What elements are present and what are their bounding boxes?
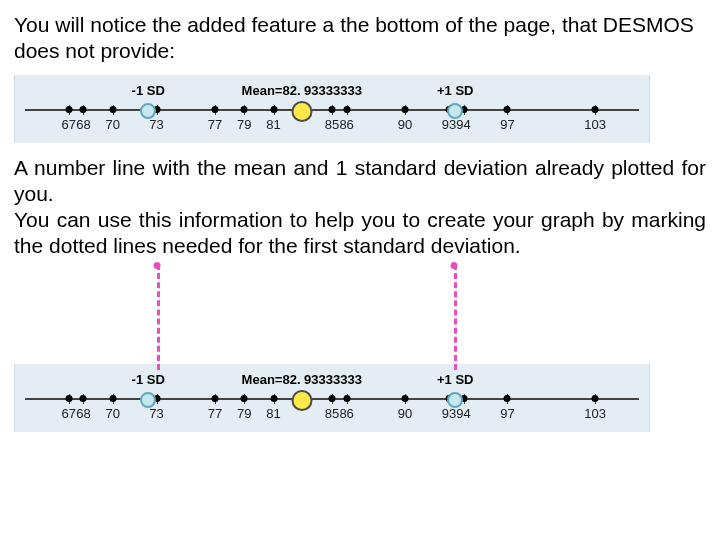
plus1sd-marker: [447, 392, 463, 408]
tick-label: 68: [76, 117, 90, 132]
tick-label: 86: [339, 117, 353, 132]
data-point: [241, 395, 248, 402]
tick-label: 77: [208, 406, 222, 421]
tick-label: 70: [105, 117, 119, 132]
tick-label: 85: [325, 117, 339, 132]
tick-label: 103: [584, 117, 606, 132]
data-point: [592, 395, 599, 402]
mean-label: Mean=82. 93333333: [242, 372, 362, 387]
number-line-panel-bottom: 67687073777981858690939497103-1 SDMean=8…: [14, 364, 650, 432]
tick-label: 90: [398, 406, 412, 421]
intro-line-1: You will notice the added feature a the …: [14, 12, 706, 65]
tick-label: 67: [62, 117, 76, 132]
tick-label: 93: [442, 406, 456, 421]
data-point: [80, 106, 87, 113]
tick-label: 97: [500, 406, 514, 421]
data-point: [212, 395, 219, 402]
plus1sd-label: +1 SD: [437, 83, 474, 98]
data-point: [402, 106, 409, 113]
data-point: [65, 395, 72, 402]
number-line: 67687073777981858690939497103-1 SDMean=8…: [25, 372, 639, 426]
mean-label: Mean=82. 93333333: [242, 83, 362, 98]
dashed-guides: [14, 264, 706, 370]
tick-label: 93: [442, 117, 456, 132]
sd-guide-handle: [451, 262, 458, 269]
data-point: [80, 395, 87, 402]
data-point: [109, 106, 116, 113]
sd-guide-handle: [154, 262, 161, 269]
minus1sd-label: -1 SD: [132, 372, 165, 387]
data-point: [343, 395, 350, 402]
tick-label: 70: [105, 406, 119, 421]
data-point: [109, 395, 116, 402]
tick-label: 90: [398, 117, 412, 132]
tick-label: 68: [76, 406, 90, 421]
data-point: [402, 395, 409, 402]
intro-line-3: You can use this information to help you…: [14, 207, 706, 260]
minus1sd-marker: [140, 392, 156, 408]
mean-marker: [291, 390, 312, 411]
sd-guide-line: [454, 264, 460, 370]
data-point: [270, 395, 277, 402]
sd-guide-line: [157, 264, 163, 370]
data-point: [504, 395, 511, 402]
data-point: [212, 106, 219, 113]
data-point: [329, 106, 336, 113]
plus1sd-marker: [447, 103, 463, 119]
tick-label: 94: [456, 117, 470, 132]
tick-label: 81: [266, 117, 280, 132]
tick-label: 67: [62, 406, 76, 421]
data-point: [592, 106, 599, 113]
tick-label: 81: [266, 406, 280, 421]
data-point: [65, 106, 72, 113]
plus1sd-label: +1 SD: [437, 372, 474, 387]
data-point: [241, 106, 248, 113]
minus1sd-label: -1 SD: [132, 83, 165, 98]
tick-label: 79: [237, 117, 251, 132]
data-point: [329, 395, 336, 402]
intro-line-2: A number line with the mean and 1 standa…: [14, 155, 706, 208]
tick-label: 85: [325, 406, 339, 421]
number-line-panel-top: 67687073777981858690939497103-1 SDMean=8…: [14, 75, 650, 143]
tick-label: 94: [456, 406, 470, 421]
data-point: [343, 106, 350, 113]
tick-label: 79: [237, 406, 251, 421]
tick-label: 97: [500, 117, 514, 132]
mean-marker: [291, 101, 312, 122]
tick-label: 103: [584, 406, 606, 421]
number-line: 67687073777981858690939497103-1 SDMean=8…: [25, 83, 639, 137]
minus1sd-marker: [140, 103, 156, 119]
tick-label: 73: [149, 406, 163, 421]
tick-label: 77: [208, 117, 222, 132]
data-point: [504, 106, 511, 113]
tick-label: 73: [149, 117, 163, 132]
tick-label: 86: [339, 406, 353, 421]
data-point: [270, 106, 277, 113]
